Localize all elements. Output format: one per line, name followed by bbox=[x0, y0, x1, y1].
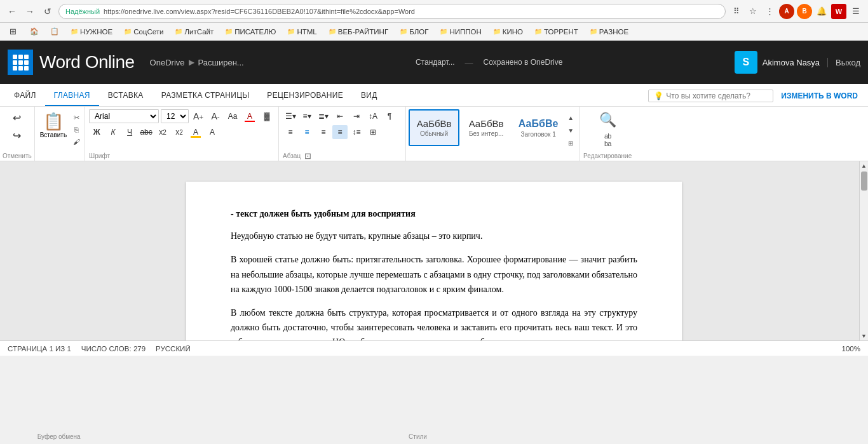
scroll-up-button[interactable]: ▲ bbox=[860, 161, 869, 170]
ribbon-right: 💡 ИЗМЕНИТЬ В WORD bbox=[648, 90, 863, 106]
user-name[interactable]: Akimova Nasya bbox=[763, 58, 820, 67]
text-highlight2[interactable]: A bbox=[205, 125, 220, 139]
bookmark-pisatelyu[interactable]: 📁 ПИСАТЕЛЮ bbox=[220, 27, 280, 37]
redo-button[interactable]: ↪ bbox=[9, 127, 25, 144]
font-controls: Arial 12 A+ A- Aa A ▓ Ж К Ч abc x2 bbox=[89, 109, 275, 139]
bookmark-nippon[interactable]: 📁 НИППОН bbox=[435, 27, 485, 37]
superscript-button[interactable]: x2 bbox=[172, 125, 187, 139]
sort-button[interactable]: ↕A bbox=[365, 109, 381, 123]
align-center-button[interactable]: ≡ bbox=[299, 125, 315, 139]
search-icon: 🔍 bbox=[599, 112, 616, 128]
paste-button[interactable]: 📋 Вставить bbox=[37, 109, 69, 141]
styles-down-button[interactable]: ▼ bbox=[565, 124, 576, 136]
bookmark-blog[interactable]: 📁 БЛОГ bbox=[395, 27, 433, 37]
font-color-button[interactable]: A bbox=[242, 109, 257, 123]
change-case-button[interactable]: Aa bbox=[225, 109, 240, 123]
text-color-btn2[interactable]: A bbox=[188, 125, 203, 139]
align-left-button[interactable]: ≡ bbox=[283, 125, 298, 139]
profile-icon[interactable]: A bbox=[779, 4, 794, 19]
tab-home[interactable]: ГЛАВНАЯ bbox=[45, 86, 99, 106]
search-edit-button[interactable]: 🔍 bbox=[597, 109, 619, 131]
forward-button[interactable]: → bbox=[23, 4, 37, 18]
tab-view[interactable]: ВИД bbox=[352, 86, 386, 106]
highlight-button[interactable]: ▓ bbox=[259, 109, 275, 123]
search-box[interactable]: 💡 bbox=[648, 90, 773, 102]
align-right-button[interactable]: ≡ bbox=[316, 125, 331, 139]
bookmark-apps[interactable]: ⊞ bbox=[5, 25, 23, 37]
ribbon-search-input[interactable] bbox=[666, 91, 768, 100]
back-button[interactable]: ← bbox=[5, 4, 19, 18]
skype-button[interactable]: S bbox=[735, 51, 757, 74]
bullets-button[interactable]: ☰▾ bbox=[283, 109, 298, 123]
breadcrumb-onedrive[interactable]: OneDrive bbox=[150, 58, 185, 67]
refresh-button[interactable]: ↺ bbox=[41, 4, 55, 18]
style-heading1[interactable]: АаБбВе Заголовок 1 bbox=[513, 109, 564, 146]
edit-in-word-button[interactable]: ИЗМЕНИТЬ В WORD bbox=[776, 90, 863, 102]
bell-icon[interactable]: 🔔 bbox=[815, 4, 829, 18]
copy-button[interactable]: ⎘ bbox=[71, 124, 82, 135]
increase-font-button[interactable]: A+ bbox=[191, 109, 206, 123]
style-nospacing[interactable]: АаБбВв Без интер... bbox=[461, 109, 512, 146]
bookmark-litsayt[interactable]: 📁 ЛитСайт bbox=[170, 27, 218, 37]
italic-button[interactable]: К bbox=[105, 125, 121, 139]
styles-up-button[interactable]: ▲ bbox=[565, 112, 576, 123]
scroll-down-button[interactable]: ▼ bbox=[860, 332, 869, 340]
style-normal[interactable]: АаБбВв Обычный bbox=[409, 109, 459, 146]
scroll-thumb[interactable] bbox=[861, 172, 867, 191]
cut-button[interactable]: ✂ bbox=[71, 112, 82, 123]
tab-file[interactable]: ФАЙЛ bbox=[5, 86, 45, 106]
replace-icon: abba bbox=[604, 132, 611, 147]
app-icon[interactable]: W bbox=[831, 4, 846, 19]
extensions-icon[interactable]: ⠿ bbox=[729, 4, 743, 18]
increase-indent-button[interactable]: ⇥ bbox=[349, 109, 364, 123]
multilevel-button[interactable]: ≣▾ bbox=[316, 109, 331, 123]
justify-button[interactable]: ≡ bbox=[332, 125, 348, 139]
tab-review[interactable]: РЕЦЕНЗИРОВАНИЕ bbox=[258, 86, 352, 106]
menu-icon[interactable]: ☰ bbox=[849, 4, 863, 18]
bookmark-socseti[interactable]: 📁 СоцСети bbox=[119, 27, 168, 37]
settings-icon[interactable]: ⋮ bbox=[763, 4, 776, 18]
bookmark-webraiting[interactable]: 📁 ВЕБ-РАЙТИНГ bbox=[324, 27, 393, 37]
star-icon[interactable]: ☆ bbox=[746, 4, 760, 18]
numbering-button[interactable]: ≡▾ bbox=[299, 109, 315, 123]
profile-icon2[interactable]: B bbox=[797, 4, 812, 19]
decrease-indent-button[interactable]: ⇤ bbox=[332, 109, 348, 123]
underline-button[interactable]: Ч bbox=[122, 125, 137, 139]
tab-layout[interactable]: РАЗМЕТКА СТРАНИЦЫ bbox=[153, 86, 259, 106]
undo-label: Отменить bbox=[3, 151, 32, 161]
bookmarks-bar: ⊞ 🏠 📋 📁 НУЖНОЕ 📁 СоцСети 📁 ЛитСайт 📁 ПИС… bbox=[0, 23, 868, 41]
styles-expand-button[interactable]: ⊞ bbox=[565, 137, 576, 149]
bookmark-tab[interactable]: 📋 bbox=[46, 26, 64, 37]
line-spacing-button[interactable]: ↕≡ bbox=[349, 125, 364, 139]
bookmark-kino[interactable]: 📁 КИНО bbox=[489, 27, 527, 37]
replace-button[interactable]: abba bbox=[603, 131, 612, 149]
scrollbar-right[interactable]: ▲ ▼ bbox=[859, 161, 868, 340]
bookmark-torrent[interactable]: 📁 ТОРРЕНТ bbox=[530, 27, 583, 37]
address-bar[interactable]: Надёжный https://onedrive.live.com/view.… bbox=[58, 4, 726, 19]
strikethrough-button[interactable]: abc bbox=[139, 125, 154, 139]
show-marks-button[interactable]: ¶ bbox=[382, 109, 397, 123]
bookmark-html[interactable]: 📁 HTML bbox=[283, 27, 321, 37]
decrease-font-button[interactable]: A- bbox=[208, 109, 223, 123]
para-expand-button[interactable]: ⊡ bbox=[304, 151, 311, 161]
zoom-level: 100% bbox=[842, 345, 860, 353]
styles-arrows: ▲ ▼ ⊞ bbox=[565, 112, 576, 149]
para-settings-button[interactable]: ⊞ bbox=[365, 125, 381, 139]
bookmark-nuzhnoye[interactable]: 📁 НУЖНОЕ bbox=[66, 27, 117, 37]
para-controls: ☰▾ ≡▾ ≣▾ ⇤ ⇥ ↕A ¶ ≡ ≡ ≡ ≡ ↕≡ ⊞ bbox=[283, 109, 397, 139]
document-page[interactable]: - текст должен быть удобным для восприят… bbox=[186, 182, 682, 340]
style-normal-label: Обычный bbox=[420, 130, 448, 137]
para-row2: ≡ ≡ ≡ ≡ ↕≡ ⊞ bbox=[283, 125, 397, 139]
editing-label: Редактирование bbox=[583, 151, 632, 161]
font-size-select[interactable]: 12 bbox=[161, 109, 189, 123]
bold-button[interactable]: Ж bbox=[89, 125, 104, 139]
sign-out-button[interactable]: Выход bbox=[827, 58, 860, 67]
tab-insert[interactable]: ВСТАВКА bbox=[99, 86, 153, 106]
app-grid-button[interactable] bbox=[8, 50, 33, 75]
font-family-select[interactable]: Arial bbox=[89, 109, 159, 123]
subscript-button[interactable]: x2 bbox=[155, 125, 170, 139]
bookmark-raznoe[interactable]: 📁 РАЗНОЕ bbox=[585, 27, 633, 37]
format-painter-button[interactable]: 🖌 bbox=[71, 136, 82, 147]
bookmark-home[interactable]: 🏠 bbox=[25, 26, 43, 37]
undo-button[interactable]: ↩ bbox=[9, 109, 25, 126]
